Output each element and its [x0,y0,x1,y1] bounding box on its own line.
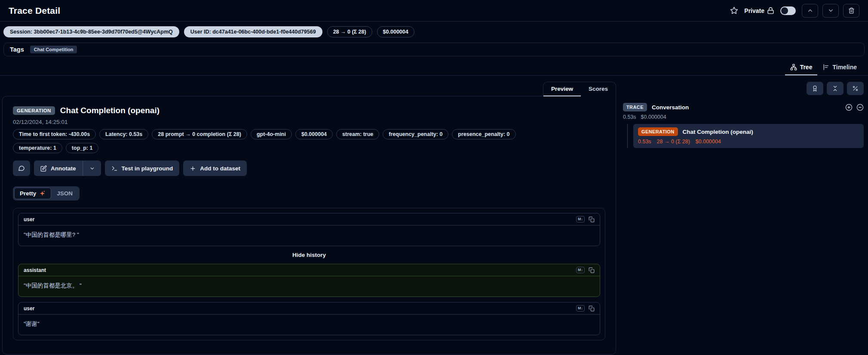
top-bar: Trace Detail Private [0,0,868,22]
percent-icon [852,85,859,92]
top-bar-actions: Private [730,4,859,18]
delete-trace-button[interactable] [843,4,859,18]
tag-chip[interactable]: Chat Competition [30,46,77,53]
cost-badge: $0.000004 [377,26,414,37]
next-trace-button[interactable] [822,4,839,18]
toggle-knob [781,7,788,14]
pill-temperature: temperature: 1 [13,143,62,153]
privacy-status: Private [744,7,774,14]
pill-frequency-penalty: frequency_penalty: 0 [383,129,448,139]
chat-bubble-icon [18,165,25,172]
message-tools: M↓ [576,216,595,222]
trace-latency: 0.53s [623,114,636,120]
tags-label: Tags [10,46,24,53]
add-to-dataset-button[interactable]: Add to dataset [183,161,247,176]
tab-tree[interactable]: Tree [785,61,818,75]
tab-timeline[interactable]: Timeline [817,61,862,75]
message-card-user-2: user M↓ "谢谢" [18,302,600,335]
content-area: Preview Scores GENERATION Chat Completio… [0,76,868,355]
trace-tree-root[interactable]: TRACE Conversation [623,103,864,111]
observation-metrics-pills: Time to first token: -430.00s Latency: 0… [13,129,567,153]
plus-circle-icon [845,104,853,111]
copy-button[interactable] [589,267,595,273]
annotate-button[interactable]: Annotate [34,161,83,176]
generation-cost: $0.000004 [696,139,721,145]
token-usage-badge: 28 → 0 (Σ 28) [327,26,372,37]
observation-header: GENERATION Chat Completion (openai) [13,106,605,115]
collapse-tree-button[interactable] [856,104,864,111]
markdown-toggle-icon[interactable]: M↓ [576,216,585,222]
user-id-badge[interactable]: User ID: dc47a41e-06bc-400d-bde1-f0e440d… [184,26,322,37]
copy-button[interactable] [589,306,595,312]
format-pretty-segment[interactable]: Pretty [14,188,51,199]
message-header: user M↓ [18,303,600,315]
privacy-toggle[interactable] [780,6,796,15]
tree-icon [790,64,797,71]
observation-panel-column: Preview Scores GENERATION Chat Completio… [2,82,616,355]
observation-actions: Annotate Test in playground [13,161,605,176]
trace-children: GENERATION Chat Completion (openai) 0.53… [627,124,864,148]
expand-all-button[interactable] [845,104,853,111]
plus-icon [190,165,196,172]
chevron-down-icon [89,166,95,171]
trace-nav-group [802,4,859,18]
format-json-segment[interactable]: JSON [51,188,78,199]
tab-timeline-label: Timeline [832,64,857,71]
comments-button[interactable] [13,161,30,176]
trace-title[interactable]: Conversation [652,104,689,111]
tags-box: Tags Chat Competition [3,43,865,56]
generation-row: GENERATION Chat Completion (openai) [638,127,859,136]
markdown-toggle-icon[interactable]: M↓ [576,267,585,273]
markdown-toggle-icon[interactable]: M↓ [576,305,585,312]
tab-scores[interactable]: Scores [581,82,616,96]
tree-toolbar [623,82,864,95]
terminal-icon [111,165,118,172]
previous-trace-button[interactable] [802,4,818,18]
message-role: assistant [24,267,46,273]
trace-meta-row: Session: 3bb00ec7-1b13-4c9b-85ee-3d9d70f… [0,22,868,42]
session-badge[interactable]: Session: 3bb00ec7-1b13-4c9b-85ee-3d9d70f… [3,26,179,37]
generation-tokens: 28 → 0 (Σ 28) [657,139,690,145]
test-in-playground-button[interactable]: Test in playground [105,161,180,176]
hide-history-button[interactable]: Hide history [18,251,600,259]
tab-preview[interactable]: Preview [543,82,581,96]
observation-timestamp: 02/12/2024, 14:25:01 [13,119,605,125]
observation-title: Chat Completion (openai) [60,106,159,115]
observation-detail-panel: GENERATION Chat Completion (openai) 02/1… [2,96,616,355]
panel-tabs: Preview Scores [543,82,616,96]
award-icon [812,85,818,92]
pretty-label: Pretty [20,190,36,197]
copy-button[interactable] [589,216,595,222]
lock-icon [767,7,774,14]
pen-square-icon [40,165,47,172]
fold-vertical-icon [832,85,838,92]
annotate-label: Annotate [51,165,76,172]
trace-cost: $0.000004 [641,114,666,120]
pill-model[interactable]: gpt-4o-mini [251,129,292,139]
trace-tree-column: TRACE Conversation 0.53s $0.000004 [616,82,868,355]
pill-time-to-first-token: Time to first token: -430.00s [13,129,96,139]
chevron-up-icon [807,7,813,14]
copy-icon [589,306,595,312]
generation-type-badge: GENERATION [638,127,678,136]
trash-icon [848,7,855,14]
observation-type-badge: GENERATION [13,106,55,115]
json-label: JSON [57,190,73,197]
message-header: assistant M↓ [18,264,600,276]
message-content: "中国的首都是北京。 " [18,276,600,296]
message-content: "谢谢" [18,315,600,335]
sparkles-icon [39,190,46,197]
pill-latency: Latency: 0.53s [99,129,148,139]
bookmark-star-button[interactable] [730,6,738,15]
message-card-user-1: user M↓ "中国的首都是哪里? " [18,213,600,246]
annotate-dropdown-button[interactable] [83,161,101,176]
message-content: "中国的首都是哪里? " [18,225,600,246]
scores-toggle-button[interactable] [807,82,823,95]
metrics-toggle-button[interactable] [847,82,864,95]
page-title: Trace Detail [9,6,60,16]
copy-icon [589,267,595,273]
tree-item-generation[interactable]: GENERATION Chat Completion (openai) 0.53… [633,124,864,148]
collapse-all-button[interactable] [827,82,843,95]
generation-title: Chat Completion (openai) [683,129,753,135]
privacy-label: Private [744,7,764,14]
